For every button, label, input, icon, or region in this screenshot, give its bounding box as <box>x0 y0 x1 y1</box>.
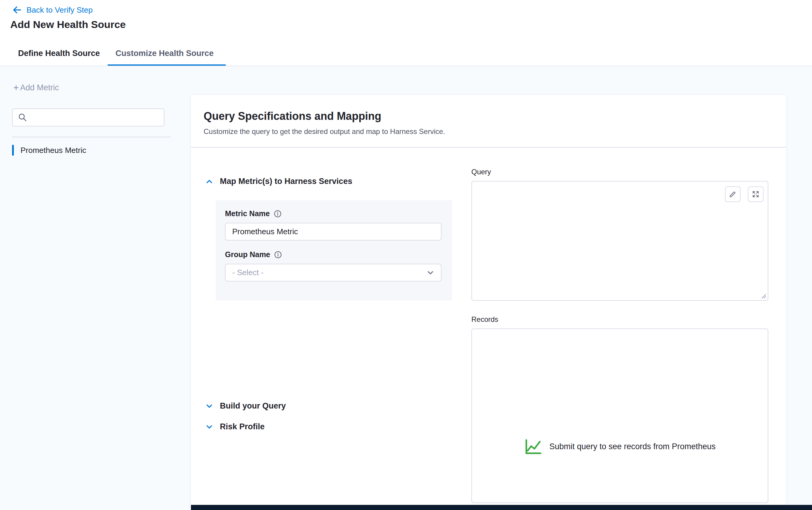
chevron-down-icon <box>426 268 435 277</box>
plus-icon: + <box>13 84 19 92</box>
add-health-source-drawer: Back to Verify Step Add New Health Sourc… <box>0 0 812 510</box>
info-icon[interactable] <box>274 250 282 259</box>
records-empty-state: Submit query to see records from Prometh… <box>472 438 768 455</box>
query-editor[interactable] <box>471 181 768 301</box>
metric-search <box>12 109 165 126</box>
select-placeholder: - Select - <box>232 268 264 277</box>
section-map-metrics[interactable]: Map Metric(s) to Harness Services <box>205 177 352 186</box>
metric-item-label: Prometheus Metric <box>21 146 86 155</box>
metric-form-panel: Metric Name Group Name <box>216 200 452 300</box>
add-metric-label: Add Metric <box>20 83 59 92</box>
section-build-query-label: Build your Query <box>220 401 286 411</box>
line-chart-icon <box>524 438 542 455</box>
section-map-metrics-label: Map Metric(s) to Harness Services <box>220 177 352 186</box>
metrics-sidebar: + Add Metric Prometheus Metric <box>0 66 191 510</box>
sidebar-divider <box>12 137 171 137</box>
query-mapping-card: Query Specifications and Mapping Customi… <box>191 95 786 505</box>
tab-define-health-source[interactable]: Define Health Source <box>18 41 100 66</box>
group-name-label: Group Name <box>225 250 270 259</box>
query-label: Query <box>471 168 491 176</box>
chevron-down-icon <box>205 401 214 411</box>
records-label: Records <box>471 315 498 324</box>
resize-handle[interactable] <box>760 292 766 299</box>
chevron-down-icon <box>205 422 214 431</box>
search-input[interactable] <box>31 113 159 122</box>
records-empty-text: Submit query to see records from Prometh… <box>549 442 716 451</box>
add-metric-button[interactable]: + Add Metric <box>13 83 59 92</box>
content-area: + Add Metric Prometheus Metric Query Spe… <box>0 66 812 510</box>
metric-name-field-label: Metric Name <box>225 209 452 218</box>
search-icon <box>18 112 28 123</box>
back-link-label: Back to Verify Step <box>27 5 93 15</box>
section-build-query[interactable]: Build your Query <box>205 401 286 411</box>
back-arrow-icon <box>12 5 22 15</box>
section-risk-profile-label: Risk Profile <box>220 422 265 431</box>
group-name-select[interactable]: - Select - <box>225 264 441 281</box>
back-link[interactable]: Back to Verify Step <box>12 5 93 15</box>
group-name-field-label: Group Name <box>225 250 452 259</box>
metric-name-input[interactable] <box>225 223 441 241</box>
tab-customize-health-source[interactable]: Customize Health Source <box>116 41 214 66</box>
page-title: Add New Health Source <box>10 19 126 30</box>
header: Back to Verify Step Add New Health Sourc… <box>0 0 812 66</box>
expand-query-button[interactable] <box>748 186 763 202</box>
records-panel: Submit query to see records from Prometh… <box>471 328 768 503</box>
selected-indicator <box>12 145 14 156</box>
metric-name-label: Metric Name <box>225 209 270 218</box>
card-title: Query Specifications and Mapping <box>204 110 786 123</box>
query-toolbar <box>725 186 763 202</box>
edit-query-button[interactable] <box>725 186 741 202</box>
tab-bar: Define Health Source Customize Health So… <box>0 41 812 66</box>
metric-list-item[interactable]: Prometheus Metric <box>12 141 175 159</box>
chevron-up-icon <box>205 177 214 186</box>
footer-strip <box>191 505 812 510</box>
card-subtitle: Customize the query to get the desired o… <box>204 127 786 136</box>
expand-icon <box>752 190 760 198</box>
info-icon[interactable] <box>273 210 282 218</box>
pencil-icon <box>729 190 737 198</box>
section-risk-profile[interactable]: Risk Profile <box>205 422 265 431</box>
card-header: Query Specifications and Mapping Customi… <box>191 95 786 148</box>
